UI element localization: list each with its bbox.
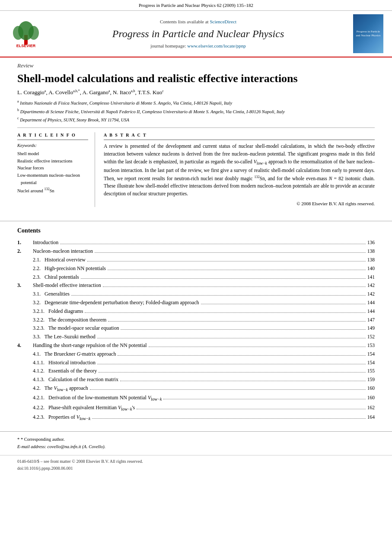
toc-row-2-2: 2.2. High-precision NN potentials 140 xyxy=(17,264,375,273)
toc-row-4-2-3: 4.2.3. Properties of Vlow−k 164 xyxy=(17,413,375,423)
keyword-5: Nuclei around 132Sn xyxy=(17,187,88,194)
contents-section: Contents 1. Introduction 136 2. xyxy=(0,226,392,423)
article-info-header: A R T I C L E I N F O xyxy=(17,132,88,140)
main-content: Review Shell-model calculations and real… xyxy=(0,57,392,216)
keywords-label: Keywords: xyxy=(17,143,88,149)
keywords-list: Shell model Realistic effective interact… xyxy=(17,150,88,194)
journal-homepage: journal homepage: www.elsevier.com/locat… xyxy=(48,43,349,49)
divider-1 xyxy=(0,221,392,221)
toc-row-4-1-2: 4.1.2. Essentials of the theory 155 xyxy=(17,367,375,376)
toc-row-4-1-3: 4.1.3. Calculation of the reaction matri… xyxy=(17,376,375,384)
elsevier-logo: ELSEVIER xyxy=(9,18,43,50)
toc-table: 1. Introduction 136 2. Nucleon–nucleon i… xyxy=(17,239,375,423)
toc-row-4-1: 4.1. The Brueckner G-matrix approach 154 xyxy=(17,350,375,358)
affiliation-a: a Istituto Nazionale di Fisica Nucleare,… xyxy=(17,99,375,106)
affiliation-b: b Dipartimento di Scienze Fisiche, Unive… xyxy=(17,108,375,115)
article-info-panel: A R T I C L E I N F O Keywords: Shell mo… xyxy=(17,132,95,207)
journal-center: Contents lists available at ScienceDirec… xyxy=(48,19,349,49)
abstract-panel: A B S T R A C T A review is presented of… xyxy=(104,132,375,207)
journal-cover-image: Progress in Particle and Nuclear Physics xyxy=(353,14,383,53)
footnote-section: * * Corresponding author. E-mail address… xyxy=(0,431,392,451)
article-title: Shell-model calculations and realistic e… xyxy=(17,72,375,85)
toc-row-1: 1. Introduction 136 xyxy=(17,239,375,247)
contents-line: Contents lists available at ScienceDirec… xyxy=(48,19,349,25)
toc-row-2-1: 2.1. Historical overview 138 xyxy=(17,255,375,264)
journal-title: Progress in Particle and Nuclear Physics xyxy=(48,27,349,41)
keyword-4: Low-momentum nucleon–nucleon xyxy=(17,172,88,179)
corresponding-author-note: * * Corresponding author. E-mail address… xyxy=(17,436,375,451)
toc-row-2-3: 2.3. Chiral potentials 141 xyxy=(17,273,375,281)
affiliations: a Istituto Nazionale di Fisica Nucleare,… xyxy=(17,99,375,123)
svg-point-2 xyxy=(13,26,23,40)
toc-row-3: 3. Shell-model effective interaction 142 xyxy=(17,281,375,290)
keyword-3: Nuclear forces xyxy=(17,165,88,172)
svg-point-3 xyxy=(29,26,39,40)
toc-row-3-1: 3.1. Generalities 142 xyxy=(17,290,375,299)
top-journal-ref: Progress in Particle and Nuclear Physics… xyxy=(0,0,392,11)
toc-row-2: 2. Nucleon–nucleon interaction 138 xyxy=(17,247,375,256)
bottom-bar: 0146-6410/$ – see front matter © 2008 El… xyxy=(0,455,392,474)
keyword-4b: potential xyxy=(17,179,88,187)
toc-row-4-2-1: 4.2.1. Derivation of the low-momentum NN… xyxy=(17,394,375,403)
svg-text:ELSEVIER: ELSEVIER xyxy=(16,44,36,48)
toc-row-3-2-2: 3.2.2. The decomposition theorem 147 xyxy=(17,315,375,324)
toc-row-3-2-1: 3.2.1. Folded diagrams 144 xyxy=(17,307,375,315)
keyword-2: Realistic effective interactions xyxy=(17,158,88,165)
copyright: © 2008 Elsevier B.V. All rights reserved… xyxy=(104,201,375,207)
sciencedirect-link[interactable]: ScienceDirect xyxy=(210,19,236,24)
contents-title: Contents xyxy=(17,226,375,235)
toc-row-3-3: 3.3. The Lee–Suzuki method 152 xyxy=(17,333,375,341)
bottom-bar-text: 0146-6410/$ – see front matter © 2008 El… xyxy=(17,458,375,472)
toc-row-3-2-3: 3.2.3. The model-space secular equation … xyxy=(17,324,375,333)
authors: L. Coraggioa, A. Covelloa,b,*, A. Gargan… xyxy=(17,89,375,97)
journal-header: ELSEVIER Contents lists available at Sci… xyxy=(0,11,392,57)
abstract-header: A B S T R A C T xyxy=(104,132,375,140)
article-info-abstract: A R T I C L E I N F O Keywords: Shell mo… xyxy=(17,127,375,207)
affiliation-c: c Department of Physics, SUNY, Stony Bro… xyxy=(17,116,375,123)
abstract-text: A review is presented of the development… xyxy=(104,143,375,198)
toc-row-3-2: 3.2. Degenerate time-dependent perturbat… xyxy=(17,298,375,307)
toc-row-4-2-2: 4.2.2. Phase-shift equivalent Hermitian … xyxy=(17,403,375,413)
toc-row-4: 4. Handling the short-range repulsion of… xyxy=(17,341,375,350)
homepage-link[interactable]: www.elsevier.com/locate/ppnp xyxy=(187,43,246,48)
keyword-1: Shell model xyxy=(17,150,88,158)
toc-row-4-1-1: 4.1.1. Historical introduction 154 xyxy=(17,358,375,367)
toc-row-4-2: 4.2. The Vlow−k approach 160 xyxy=(17,384,375,393)
section-label: Review xyxy=(17,62,375,70)
